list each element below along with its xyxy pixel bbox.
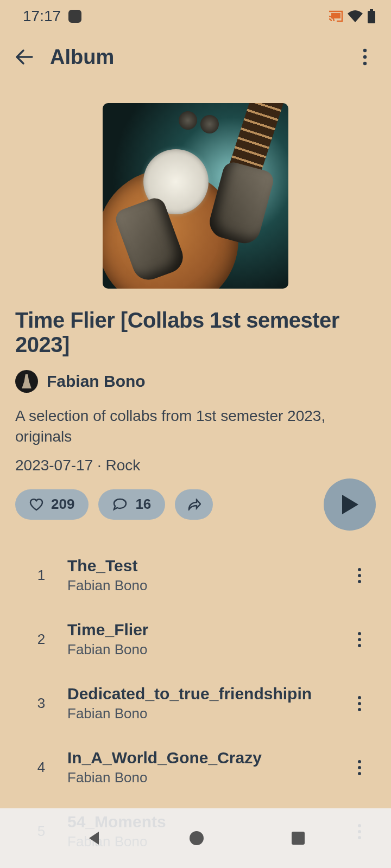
comment-button[interactable]: 16 xyxy=(98,489,165,520)
share-button[interactable] xyxy=(175,489,213,520)
like-count: 209 xyxy=(51,496,74,513)
svg-point-15 xyxy=(358,760,361,763)
svg-rect-25 xyxy=(292,832,305,845)
track-title: The_Test xyxy=(67,557,343,575)
cast-icon xyxy=(328,10,343,23)
album-title: Time Flier [Collabs 1st semester 2023] xyxy=(15,308,376,357)
svg-point-8 xyxy=(358,580,361,583)
artist-name: Fabian Bono xyxy=(47,372,146,391)
system-nav-bar xyxy=(0,808,391,868)
artist-avatar xyxy=(15,370,38,393)
comment-count: 16 xyxy=(135,496,151,513)
play-icon xyxy=(340,494,360,515)
action-row: 209 16 xyxy=(15,489,376,520)
more-vert-icon xyxy=(357,760,362,776)
svg-rect-1 xyxy=(370,9,373,11)
nav-home-icon xyxy=(188,830,205,846)
svg-point-10 xyxy=(358,638,361,641)
nav-back-button[interactable] xyxy=(86,829,103,847)
more-vert-icon xyxy=(363,48,367,66)
track-number: 2 xyxy=(26,631,56,648)
more-vert-icon xyxy=(357,631,362,648)
back-button[interactable] xyxy=(10,42,40,72)
nav-recents-button[interactable] xyxy=(291,831,306,846)
nav-recents-icon xyxy=(291,831,306,846)
track-row[interactable]: 1 The_Test Fabian Bono xyxy=(15,544,376,608)
svg-point-9 xyxy=(358,632,361,635)
battery-icon xyxy=(367,9,376,23)
status-icons xyxy=(328,9,376,23)
album-date: 2023-07-17 xyxy=(15,457,93,474)
status-notification-dot xyxy=(68,10,81,23)
album-cover[interactable] xyxy=(103,103,288,289)
nav-home-button[interactable] xyxy=(188,830,205,846)
track-more-button[interactable] xyxy=(343,567,376,584)
track-title: Dedicated_to_true_friendshipin xyxy=(67,685,343,703)
svg-point-5 xyxy=(363,62,367,65)
comment-icon xyxy=(112,498,128,511)
like-button[interactable]: 209 xyxy=(15,489,89,520)
svg-point-6 xyxy=(358,568,361,571)
track-row[interactable]: 2 Time_Flier Fabian Bono xyxy=(15,608,376,672)
arrow-left-icon xyxy=(15,47,35,67)
track-more-button[interactable] xyxy=(343,760,376,776)
artist-row[interactable]: Fabian Bono xyxy=(15,370,376,393)
svg-point-7 xyxy=(358,574,361,577)
svg-point-24 xyxy=(190,831,204,845)
svg-point-12 xyxy=(358,696,361,699)
svg-point-4 xyxy=(363,55,367,59)
svg-point-11 xyxy=(358,644,361,647)
svg-point-13 xyxy=(358,702,361,705)
app-header: Album xyxy=(0,33,391,81)
album-description: A selection of collabs from 1st semester… xyxy=(15,406,376,447)
svg-point-17 xyxy=(358,772,361,775)
album-meta: 2023-07-17 · Rock xyxy=(15,457,376,474)
svg-rect-2 xyxy=(368,11,375,23)
wifi-icon xyxy=(348,10,363,22)
play-button[interactable] xyxy=(324,478,376,531)
svg-point-3 xyxy=(363,49,367,52)
status-time: 17:17 xyxy=(23,8,61,25)
status-bar: 17:17 xyxy=(0,0,391,33)
track-artist: Fabian Bono xyxy=(67,769,343,786)
track-number: 3 xyxy=(26,695,56,712)
svg-point-14 xyxy=(358,708,361,711)
more-vert-icon xyxy=(357,695,362,712)
heart-icon xyxy=(29,498,43,511)
track-number: 4 xyxy=(26,759,56,776)
more-vert-icon xyxy=(357,567,362,584)
page-title: Album xyxy=(50,46,114,69)
track-more-button[interactable] xyxy=(343,695,376,712)
track-more-button[interactable] xyxy=(343,631,376,648)
svg-point-16 xyxy=(358,766,361,769)
svg-rect-0 xyxy=(331,13,340,18)
track-artist: Fabian Bono xyxy=(67,641,343,658)
track-artist: Fabian Bono xyxy=(67,577,343,594)
album-genre: Rock xyxy=(106,457,141,474)
header-more-button[interactable] xyxy=(350,42,380,72)
nav-back-icon xyxy=(86,829,103,847)
track-number: 1 xyxy=(26,567,56,584)
track-row[interactable]: 4 In_A_World_Gone_Crazy Fabian Bono xyxy=(15,736,376,800)
track-row[interactable]: 3 Dedicated_to_true_friendshipin Fabian … xyxy=(15,672,376,736)
track-artist: Fabian Bono xyxy=(67,705,343,722)
track-title: Time_Flier xyxy=(67,621,343,639)
share-icon xyxy=(187,499,201,510)
track-title: In_A_World_Gone_Crazy xyxy=(67,749,343,767)
